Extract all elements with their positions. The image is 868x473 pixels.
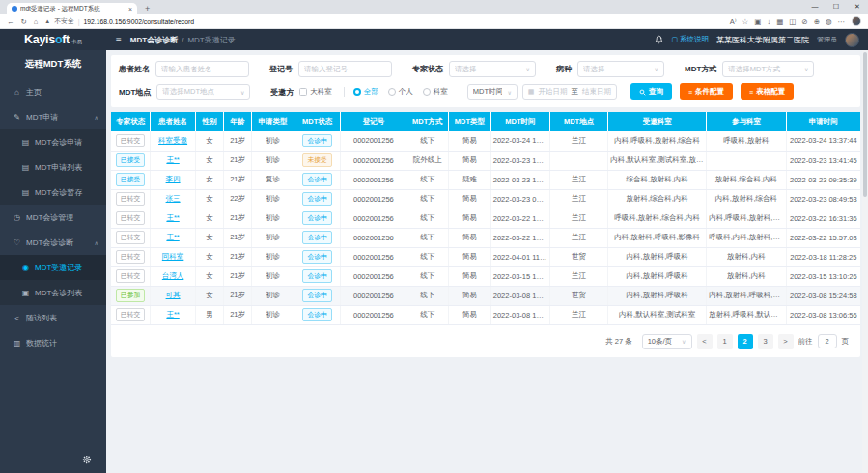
globe-icon[interactable]: ◍ (826, 17, 832, 26)
user-avatar[interactable] (845, 33, 859, 47)
radio-dept-label[interactable]: 科室 (434, 87, 448, 97)
back-icon[interactable]: ← (7, 17, 14, 26)
read-aloud-icon[interactable]: A⁾ (730, 17, 737, 26)
maximize-button[interactable]: ☐ (826, 0, 847, 14)
sidebar-item-home[interactable]: ⌂主页 (0, 79, 106, 104)
table-row[interactable]: 已参加可其女21岁初诊会诊中0002001256线下简易2022-03-08 1… (111, 286, 860, 305)
new-tab-button[interactable]: + (145, 4, 150, 14)
radio-all[interactable] (353, 88, 361, 96)
more-icon[interactable]: ⋯ (838, 17, 846, 26)
home-icon: ⌂ (13, 88, 21, 97)
sidebar-item-mdt-consult-diagnosis[interactable]: ♡MDT会诊诊断∧ (0, 230, 106, 255)
patient-name-link[interactable]: 王** (166, 233, 179, 241)
page-scrollbar[interactable] (862, 50, 868, 473)
radio-personal-label[interactable]: 个人 (399, 87, 413, 97)
column-header: 性别 (195, 112, 223, 131)
table-row[interactable]: 已转交科室受邀女21岁初诊会诊中0002001256线下简易2022-03-24… (111, 131, 860, 151)
inprivate-icon[interactable]: ⊘ (801, 17, 807, 26)
table-row[interactable]: 已接受王**女21岁初诊未接受0002001256院外线上简易2022-03-2… (111, 151, 860, 170)
next-page-button[interactable]: > (778, 334, 794, 349)
browser-tab[interactable]: mdt受邀记录 - 远程MDT系统 × (7, 3, 137, 14)
patient-name-link[interactable]: 张三 (166, 194, 181, 203)
radio-all-label[interactable]: 全部 (364, 87, 378, 97)
sidebar-item-follow-up-list[interactable]: <随访列表 (0, 305, 106, 330)
patient-name-link[interactable]: 科室受邀 (158, 136, 187, 145)
divider (344, 87, 345, 97)
time-field-select[interactable]: MDT时间 ∨ (467, 84, 518, 100)
page-size-select[interactable]: 10条/页 ∨ (642, 334, 692, 349)
page-button-1[interactable]: 1 (717, 334, 733, 349)
date-end-placeholder: 结束日期 (582, 87, 611, 97)
date-range-picker[interactable]: ▦ 开始日期 至 结束日期 (522, 84, 617, 100)
draft-icon: ▤ (21, 188, 30, 197)
table-row[interactable]: 已转交王**男21岁初诊会诊中0002001256线下简易2022-03-08 … (111, 305, 860, 324)
condition-config-button[interactable]: ≡ 条件配置 (680, 83, 733, 100)
sidebar-item-statistics[interactable]: ▥数据统计 (0, 330, 106, 355)
sidebar-item-mdt-consult-draft[interactable]: ▤MDT会诊暂存 (0, 180, 106, 205)
share-icon: < (13, 314, 21, 322)
radio-personal[interactable] (388, 88, 396, 96)
sidebar-item-mdt-consult-list[interactable]: ▣MDT会诊列表 (0, 280, 106, 305)
search-button[interactable]: 查询 (630, 83, 672, 100)
address-bar[interactable]: ▲ 不安全 | 192.168.0.156:9002/consultate/re… (44, 16, 722, 26)
collapse-sidebar-icon[interactable]: ≡ (116, 35, 122, 45)
breadcrumb-parent[interactable]: MDT会诊诊断 (130, 35, 178, 45)
sidebar-item-label: MDT会诊列表 (35, 288, 82, 298)
refresh-icon[interactable]: ↻ (21, 17, 27, 26)
patient-name-link[interactable]: 可其 (166, 291, 181, 299)
table-row[interactable]: 已转交台湾人女21岁初诊会诊中0002001256线下简易2022-03-15 … (111, 266, 860, 286)
table-config-button[interactable]: ≡ 表格配置 (741, 83, 794, 100)
table-row[interactable]: 已转交王**女21岁初诊会诊中0002001256线下简易2022-03-22 … (111, 209, 860, 228)
table-row[interactable]: 已转交同科室女21岁初诊会诊中0002001256线下简易2022-04-01 … (111, 247, 860, 266)
page-button-3[interactable]: 3 (758, 334, 773, 349)
patient-name-link[interactable]: 王** (166, 310, 179, 319)
patient-name-link[interactable]: 王** (166, 155, 179, 164)
gear-icon[interactable] (82, 451, 92, 468)
tab-close-icon[interactable]: × (128, 6, 132, 13)
chevron-up-icon: ∧ (95, 239, 98, 246)
patient-name-link[interactable]: 王** (166, 213, 179, 222)
system-help-link[interactable]: ▢ 系统说明 (671, 35, 709, 44)
split-screen-icon[interactable]: ◫ (789, 17, 796, 26)
home-icon[interactable]: ⌂ (34, 17, 39, 26)
downloads-icon[interactable]: ↓ (767, 17, 770, 26)
collections-icon[interactable]: ▣ (754, 17, 761, 26)
mdt-status-badge: 会诊中 (302, 289, 331, 301)
minimize-button[interactable]: — (804, 0, 826, 14)
list-icon: ▤ (21, 163, 30, 172)
expert-status-select[interactable]: 请选择 ∨ (449, 61, 536, 77)
sidebar-item-mdt-apply[interactable]: ✎MDT申请∧ (0, 104, 106, 129)
table-row[interactable]: 已接受李四女21岁复诊会诊中0002001256线下疑难2022-03-23 1… (111, 170, 860, 189)
table-row[interactable]: 已转交张三女22岁初诊会诊中0002001256线下简易2022-03-23 0… (111, 189, 860, 209)
chevron-down-icon: ∨ (240, 89, 244, 96)
records-table: 专家状态患者姓名性别年龄申请类型MDT状态登记号MDT方式MDT类型MDT时间M… (111, 112, 860, 325)
radio-dept[interactable] (423, 88, 431, 96)
sidebar-item-label: 主页 (26, 87, 42, 97)
extensions-icon[interactable]: ⊕ (814, 17, 820, 26)
reg-no-input[interactable] (298, 61, 392, 77)
patient-name-link[interactable]: 台湾人 (162, 271, 184, 280)
apps-icon[interactable]: ▦ (776, 17, 783, 26)
sidebar-item-mdt-consult-apply[interactable]: ▤MDT会诊申请 (0, 129, 106, 154)
sidebar-item-mdt-apply-list[interactable]: ▤MDT申请列表 (0, 154, 106, 180)
browser-profile-avatar[interactable] (852, 16, 861, 26)
person-icon: ◉ (21, 264, 30, 272)
mdt-mode-select[interactable]: 请选择MDT方式 ∨ (722, 61, 814, 77)
patient-name-input[interactable] (155, 61, 249, 77)
big-dept-checkbox[interactable] (299, 88, 307, 96)
prev-page-button[interactable]: < (697, 334, 713, 349)
patient-name-link[interactable]: 李四 (166, 175, 181, 183)
mdt-status-badge: 会诊中 (302, 269, 331, 282)
mdt-place-select[interactable]: 请选择MDT地点 ∨ (156, 84, 250, 100)
sidebar-item-mdt-consult-manage[interactable]: ◷MDT会诊管理 (0, 205, 106, 230)
close-button[interactable]: ✕ (847, 0, 868, 14)
scrollbar-thumb[interactable] (863, 52, 867, 197)
page-button-2[interactable]: 2 (738, 334, 753, 349)
table-row[interactable]: 已转交王**女21岁初诊会诊中0002001256线下简易2022-03-22 … (111, 228, 860, 247)
sidebar-item-mdt-invited-records[interactable]: ◉MDT受邀记录 (0, 255, 106, 280)
patient-name-link[interactable]: 同科室 (162, 252, 184, 261)
favorites-icon[interactable]: ☆ (742, 17, 749, 26)
bell-icon[interactable] (655, 35, 663, 44)
disease-select[interactable]: 请选择 ∨ (577, 61, 664, 77)
goto-page-input[interactable] (818, 334, 837, 348)
